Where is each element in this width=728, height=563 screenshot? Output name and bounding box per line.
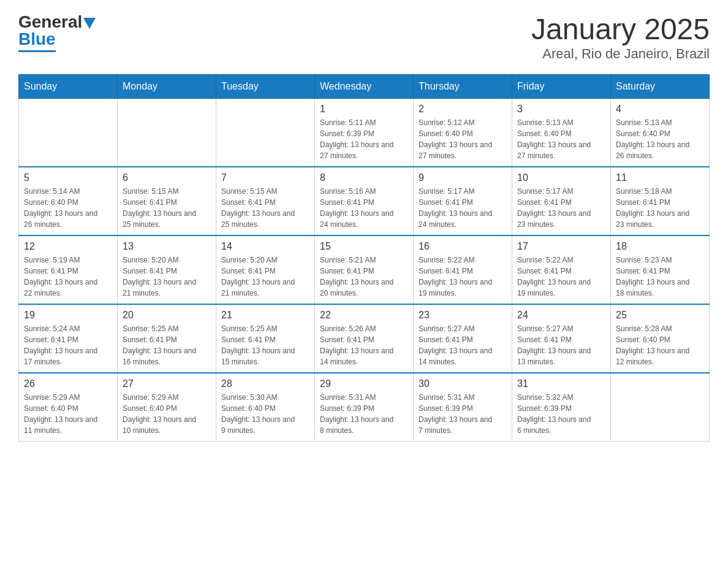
sunset-text: Sunset: 6:39 PM [419,403,507,414]
col-friday: Friday [512,75,611,99]
day-info: Sunrise: 5:22 AMSunset: 6:41 PMDaylight:… [517,255,605,299]
daylight-text-1: Daylight: 13 hours and [419,139,507,150]
table-row: 23Sunrise: 5:27 AMSunset: 6:41 PMDayligh… [414,304,512,373]
daylight-text-2: 14 minutes. [320,356,408,367]
daylight-text-1: Daylight: 13 hours and [24,277,112,288]
daylight-text-2: 21 minutes. [221,288,309,299]
table-row: 14Sunrise: 5:20 AMSunset: 6:41 PMDayligh… [216,236,315,304]
table-row: 29Sunrise: 5:31 AMSunset: 6:39 PMDayligh… [315,373,414,442]
calendar-header-row: Sunday Monday Tuesday Wednesday Thursday… [19,75,710,99]
daylight-text-1: Daylight: 13 hours and [517,277,605,288]
day-number: 17 [517,241,605,252]
daylight-text-1: Daylight: 13 hours and [419,414,507,425]
day-number: 24 [517,310,605,321]
day-info: Sunrise: 5:17 AMSunset: 6:41 PMDaylight:… [517,186,605,230]
daylight-text-2: 6 minutes. [517,425,605,436]
sunrise-text: Sunrise: 5:27 AM [419,323,507,334]
sunset-text: Sunset: 6:39 PM [320,128,408,139]
col-thursday: Thursday [414,75,512,99]
daylight-text-1: Daylight: 13 hours and [123,345,211,356]
day-number: 30 [419,378,507,389]
sunset-text: Sunset: 6:41 PM [221,197,309,208]
table-row: 5Sunrise: 5:14 AMSunset: 6:40 PMDaylight… [19,167,118,236]
table-row: 22Sunrise: 5:26 AMSunset: 6:41 PMDayligh… [315,304,414,373]
sunset-text: Sunset: 6:40 PM [123,403,211,414]
day-number: 13 [123,241,211,252]
sunset-text: Sunset: 6:40 PM [517,128,605,139]
sunrise-text: Sunrise: 5:15 AM [123,186,211,197]
daylight-text-1: Daylight: 13 hours and [517,208,605,219]
day-number: 29 [320,378,408,389]
daylight-text-2: 22 minutes. [24,288,112,299]
calendar-table: Sunday Monday Tuesday Wednesday Thursday… [18,74,710,442]
table-row: 15Sunrise: 5:21 AMSunset: 6:41 PMDayligh… [315,236,414,304]
daylight-text-1: Daylight: 13 hours and [320,208,408,219]
sunrise-text: Sunrise: 5:29 AM [123,392,211,403]
daylight-text-2: 25 minutes. [123,219,211,230]
table-row: 30Sunrise: 5:31 AMSunset: 6:39 PMDayligh… [414,373,512,442]
day-info: Sunrise: 5:32 AMSunset: 6:39 PMDaylight:… [517,392,605,436]
sunrise-text: Sunrise: 5:21 AM [320,255,408,266]
table-row: 16Sunrise: 5:22 AMSunset: 6:41 PMDayligh… [414,236,512,304]
day-number: 11 [616,172,704,183]
daylight-text-1: Daylight: 13 hours and [123,208,211,219]
table-row [611,373,710,442]
table-row: 26Sunrise: 5:29 AMSunset: 6:40 PMDayligh… [19,373,118,442]
title-section: January 2025 Areal, Rio de Janeiro, Braz… [531,12,710,62]
daylight-text-2: 24 minutes. [320,219,408,230]
day-number: 2 [419,104,507,115]
sunset-text: Sunset: 6:39 PM [320,403,408,414]
daylight-text-2: 26 minutes. [24,219,112,230]
day-info: Sunrise: 5:19 AMSunset: 6:41 PMDaylight:… [24,255,112,299]
day-info: Sunrise: 5:20 AMSunset: 6:41 PMDaylight:… [221,255,309,299]
table-row [118,99,216,167]
sunrise-text: Sunrise: 5:15 AM [221,186,309,197]
day-info: Sunrise: 5:27 AMSunset: 6:41 PMDaylight:… [517,323,605,367]
day-info: Sunrise: 5:25 AMSunset: 6:41 PMDaylight:… [221,323,309,367]
table-row: 13Sunrise: 5:20 AMSunset: 6:41 PMDayligh… [118,236,216,304]
day-info: Sunrise: 5:17 AMSunset: 6:41 PMDaylight:… [419,186,507,230]
sunrise-text: Sunrise: 5:31 AM [320,392,408,403]
day-number: 3 [517,104,605,115]
table-row: 4Sunrise: 5:13 AMSunset: 6:40 PMDaylight… [611,99,710,167]
day-number: 31 [517,378,605,389]
sunset-text: Sunset: 6:41 PM [123,334,211,345]
day-number: 19 [24,310,112,321]
daylight-text-1: Daylight: 13 hours and [320,277,408,288]
daylight-text-1: Daylight: 13 hours and [616,208,704,219]
day-info: Sunrise: 5:23 AMSunset: 6:41 PMDaylight:… [616,255,704,299]
sunset-text: Sunset: 6:41 PM [616,266,704,277]
sunrise-text: Sunrise: 5:17 AM [517,186,605,197]
table-row: 17Sunrise: 5:22 AMSunset: 6:41 PMDayligh… [512,236,611,304]
day-info: Sunrise: 5:26 AMSunset: 6:41 PMDaylight:… [320,323,408,367]
day-number: 4 [616,104,704,115]
sunrise-text: Sunrise: 5:27 AM [517,323,605,334]
table-row: 9Sunrise: 5:17 AMSunset: 6:41 PMDaylight… [414,167,512,236]
daylight-text-1: Daylight: 13 hours and [419,208,507,219]
table-row: 27Sunrise: 5:29 AMSunset: 6:40 PMDayligh… [118,373,216,442]
daylight-text-1: Daylight: 13 hours and [419,345,507,356]
daylight-text-1: Daylight: 13 hours and [320,139,408,150]
daylight-text-2: 20 minutes. [320,288,408,299]
daylight-text-2: 16 minutes. [123,356,211,367]
table-row: 28Sunrise: 5:30 AMSunset: 6:40 PMDayligh… [216,373,315,442]
day-number: 10 [517,172,605,183]
sunset-text: Sunset: 6:40 PM [616,128,704,139]
table-row: 20Sunrise: 5:25 AMSunset: 6:41 PMDayligh… [118,304,216,373]
daylight-text-2: 8 minutes. [320,425,408,436]
day-info: Sunrise: 5:31 AMSunset: 6:39 PMDaylight:… [419,392,507,436]
table-row: 12Sunrise: 5:19 AMSunset: 6:41 PMDayligh… [19,236,118,304]
sunrise-text: Sunrise: 5:25 AM [123,323,211,334]
table-row: 3Sunrise: 5:13 AMSunset: 6:40 PMDaylight… [512,99,611,167]
day-info: Sunrise: 5:12 AMSunset: 6:40 PMDaylight:… [419,117,507,161]
calendar-subtitle: Areal, Rio de Janeiro, Brazil [531,46,710,62]
day-info: Sunrise: 5:15 AMSunset: 6:41 PMDaylight:… [221,186,309,230]
sunset-text: Sunset: 6:41 PM [123,266,211,277]
day-info: Sunrise: 5:13 AMSunset: 6:40 PMDaylight:… [517,117,605,161]
sunset-text: Sunset: 6:41 PM [221,334,309,345]
svg-marker-0 [83,18,96,29]
day-info: Sunrise: 5:29 AMSunset: 6:40 PMDaylight:… [24,392,112,436]
sunset-text: Sunset: 6:39 PM [517,403,605,414]
col-sunday: Sunday [19,75,118,99]
sunset-text: Sunset: 6:41 PM [419,334,507,345]
